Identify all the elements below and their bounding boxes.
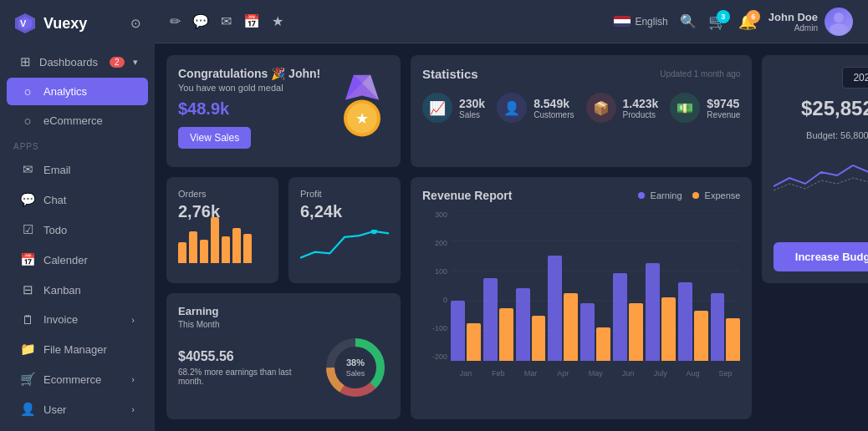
aug-earning-bar: [678, 282, 692, 361]
sidebar-item-user[interactable]: 👤 User ›: [7, 395, 148, 423]
stat-products: 📦 1.423k Products: [586, 93, 659, 123]
grid-icon: ⊞: [20, 54, 31, 69]
revenue-header: Revenue Report Earning Expense: [422, 189, 740, 202]
earning-dot: [638, 192, 645, 199]
may-expense-bar: [596, 327, 610, 361]
jun-earning-bar: [613, 273, 627, 360]
calendar-icon: 📅: [20, 252, 35, 267]
chevron-right-3-icon: ›: [131, 404, 135, 414]
user-name: John Doe: [768, 11, 818, 23]
sidebar-calender-label: Calender: [43, 254, 88, 266]
user-profile[interactable]: John Doe Admin: [768, 8, 853, 36]
search-icon[interactable]: 🔍: [680, 13, 697, 29]
stat-customers: 👤 8.549k Customers: [497, 93, 574, 123]
svg-point-3: [834, 13, 844, 23]
stat-revenue-info: $9745 Revenue: [707, 97, 740, 119]
sidebar: V Vuexy ⊙ ⊞ Dashboards 2 ▾ ○ Analytics ○…: [0, 0, 155, 431]
stat-products-info: 1.423k Products: [623, 97, 659, 119]
stats-title: Statistics: [422, 67, 478, 81]
sidebar-item-filemanager[interactable]: 📁 File Manager: [7, 335, 148, 363]
circle-sm-icon: ○: [20, 114, 35, 128]
language-selector[interactable]: English: [614, 16, 667, 28]
sidebar-item-email[interactable]: ✉ Email: [7, 155, 148, 184]
settings-icon[interactable]: ⊙: [130, 16, 141, 31]
content-area: Congratulations 🎉 John! You have won gol…: [155, 43, 868, 431]
stat-revenue-value: $9745: [707, 97, 740, 110]
chart-apr: [548, 210, 578, 361]
sidebar-item-todo[interactable]: ☑ Todo: [7, 216, 148, 244]
stat-customers-info: 8.549k Customers: [534, 97, 574, 119]
earning-period: This Month: [178, 320, 389, 329]
earning-card: Earning This Month $4055.56 68.2% more e…: [166, 293, 401, 419]
bar-3: [200, 240, 208, 263]
revenue-chart: 300 200 100 0 -100 -200: [422, 210, 740, 378]
legend-expense: Expense: [692, 190, 741, 200]
chart-bars: [451, 210, 740, 361]
sidebar-item-dashboards[interactable]: ⊞ Dashboards 2 ▾: [7, 48, 148, 76]
profit-title: Profit: [300, 189, 389, 199]
sidebar-item-invoice[interactable]: 🗒 Invoice ›: [7, 306, 148, 333]
stats-updated: Updated 1 month ago: [660, 69, 740, 79]
year-select[interactable]: 2020 2019 2021: [842, 67, 868, 89]
sidebar-item-chat[interactable]: 💬 Chat: [7, 185, 148, 214]
budget-label: Budget: 56,800: [774, 130, 868, 140]
avatar[interactable]: [825, 8, 853, 36]
svg-point-4: [830, 23, 848, 35]
circle-icon: ○: [20, 84, 35, 99]
logo-icon: V: [13, 12, 37, 35]
apr-earning-bar: [548, 256, 562, 361]
topbar-nav-icons: ✏ 💬 ✉ 📅 ★: [170, 13, 283, 29]
sidebar-item-calender[interactable]: 📅 Calender: [7, 246, 148, 274]
stats-card: Statistics Updated 1 month ago 📈 230k Sa…: [411, 55, 752, 167]
view-sales-button[interactable]: View Sales: [178, 127, 251, 149]
sep-earning-bar: [711, 293, 725, 361]
sidebar-item-ecommerce[interactable]: ○ eCommerce: [7, 107, 148, 134]
budget-card: 2020 2019 2021 $25,852 Budget: 56,800 In…: [762, 55, 868, 283]
stat-sales: 📈 230k Sales: [422, 93, 485, 123]
mar-expense-bar: [532, 316, 546, 361]
email-icon: ✉: [20, 162, 35, 177]
mail-icon[interactable]: ✉: [221, 13, 232, 29]
comment-icon[interactable]: 💬: [192, 13, 209, 29]
increase-budget-button[interactable]: Increase Budget: [774, 242, 868, 271]
earning-body: $4055.56 68.2% more earnings than last m…: [178, 334, 389, 401]
sidebar-invoice-label: Invoice: [43, 313, 78, 326]
stat-sales-info: 230k Sales: [459, 97, 485, 119]
profit-value: 6,24k: [300, 202, 389, 221]
bar-4: [211, 217, 219, 263]
folder-icon: 📁: [20, 342, 35, 357]
user-text-area: John Doe Admin: [768, 11, 818, 33]
orders-title: Orders: [178, 189, 267, 199]
sidebar-ecommerce-app-label: Ecommerce: [43, 373, 101, 386]
sidebar-item-kanban[interactable]: ⊟ Kanban: [7, 276, 148, 304]
stat-sales-label: Sales: [459, 110, 485, 119]
kanban-icon: ⊟: [20, 282, 35, 297]
stat-revenue: 💵 $9745 Revenue: [670, 93, 740, 123]
dashboards-badge: 2: [110, 57, 125, 68]
mar-earning-bar: [516, 288, 530, 360]
cart-icon: 🛒: [20, 372, 35, 387]
budget-amount: $25,852: [774, 97, 868, 120]
donut-label: 38% Sales: [346, 357, 365, 378]
stat-products-value: 1.423k: [623, 97, 659, 110]
notifications-button[interactable]: 🔔 6: [738, 13, 757, 31]
stat-customers-value: 8.549k: [534, 97, 574, 110]
star-icon[interactable]: ★: [272, 13, 283, 29]
ui-section-label: UI ELEMENTS: [0, 424, 155, 431]
sidebar-email-label: Email: [43, 164, 71, 176]
edit-icon[interactable]: ✏: [170, 13, 181, 29]
topbar: ✏ 💬 ✉ 📅 ★ English 🔍 🛒 3 🔔 6 John Doe: [155, 0, 868, 43]
stat-sales-value: 230k: [459, 97, 485, 110]
orders-card: Orders 2,76k: [166, 177, 278, 284]
chevron-down-icon: ▾: [133, 57, 138, 68]
chart-jun: [613, 210, 643, 361]
sidebar-user-label: User: [43, 403, 66, 416]
sidebar-item-ecommerce-app[interactable]: 🛒 Ecommerce ›: [7, 365, 148, 393]
sidebar-item-analytics[interactable]: ○ Analytics: [7, 78, 148, 105]
cart-button[interactable]: 🛒 3: [708, 13, 727, 31]
sidebar-todo-label: Todo: [43, 224, 67, 236]
calendar-nav-icon[interactable]: 📅: [243, 13, 260, 29]
earning-donut: 38% Sales: [322, 334, 389, 401]
bar-7: [243, 234, 252, 263]
stats-header: Statistics Updated 1 month ago: [422, 67, 740, 81]
